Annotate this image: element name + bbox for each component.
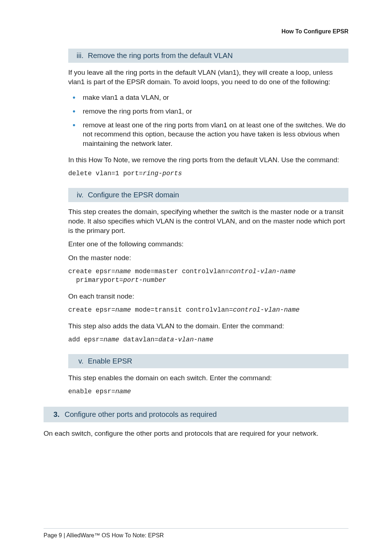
code-text: create epsr= (68, 306, 115, 313)
step-iii-code: delete vlan=1 port=ring-ports (68, 169, 348, 178)
section-3-label: Configure other ports and protocols as r… (65, 410, 217, 419)
step-iv-transit-label: On each transit node: (68, 292, 348, 301)
step-v-title: v. Enable EPSR (68, 354, 348, 368)
step-v-code: enable epsr=name (68, 387, 348, 396)
step-iv-adds: This step also adds the data VLAN to the… (68, 321, 348, 331)
page-header-right: How To Configure EPSR (44, 28, 348, 35)
code-text: primaryport= (72, 276, 123, 284)
code-text: mode=master controlvlan= (131, 268, 229, 275)
code-arg: ring-ports (143, 170, 182, 177)
code-text: datavlan= (119, 336, 158, 343)
section-3-title: 3. Configure other ports and protocols a… (44, 407, 348, 422)
code-text: mode=transit controlvlan= (131, 306, 233, 313)
code-arg: name (115, 388, 131, 395)
list-item: remove the ring ports from vlan1, or (68, 104, 348, 118)
code-arg: port-number (123, 276, 166, 284)
code-text: create epsr= (68, 268, 115, 275)
code-arg: name (103, 336, 119, 343)
list-item: make vlan1 a data VLAN, or (68, 91, 348, 104)
step-iv-enter: Enter one of the following commands: (68, 239, 348, 249)
code-arg: control-vlan-name (229, 268, 296, 275)
section-3-num: 3. (49, 410, 60, 419)
footer-text: Page 9 | AlliedWare™ OS How To Note: EPS… (44, 532, 164, 539)
step-v-label: Enable EPSR (88, 357, 132, 365)
step-iv-master-label: On the master node: (68, 253, 348, 263)
step-iv-master-code: create epsr=name mode=master controlvlan… (68, 267, 348, 285)
code-arg: control-vlan-name (233, 306, 300, 313)
step-iii-note: In this How To Note, we remove the ring … (68, 155, 348, 165)
step-iii-bullets: make vlan1 a data VLAN, or remove the ri… (68, 91, 348, 150)
code-text (68, 276, 72, 284)
section-3-body: On each switch, configure the other port… (44, 429, 348, 438)
step-iii-title: iii. Remove the ring ports from the defa… (68, 49, 348, 63)
step-iv-num: iv. (73, 191, 83, 199)
step-iv-add-code: add epsr=name datavlan=data-vlan-name (68, 335, 348, 344)
step-iv-transit-code: create epsr=name mode=transit controlvla… (68, 305, 348, 314)
code-arg: name (115, 306, 131, 313)
code-text: enable epsr= (68, 388, 115, 395)
code-text: delete vlan=1 port= (68, 170, 143, 177)
step-iv-intro: This step creates the domain, specifying… (68, 207, 348, 235)
footer-rule (44, 528, 348, 529)
step-iii-num: iii. (73, 52, 83, 60)
step-iii-intro: If you leave all the ring ports in the d… (68, 68, 348, 86)
step-v-num: v. (73, 357, 83, 365)
code-arg: name (115, 268, 131, 275)
code-arg: data-vlan-name (158, 336, 213, 343)
step-iv-label: Configure the EPSR domain (88, 191, 179, 199)
code-text: add epsr= (68, 336, 103, 343)
step-v-intro: This step enables the domain on each swi… (68, 373, 348, 383)
step-iii-label: Remove the ring ports from the default V… (88, 52, 233, 60)
list-item: remove at least one of the ring ports fr… (68, 118, 348, 151)
step-iv-title: iv. Configure the EPSR domain (68, 188, 348, 202)
